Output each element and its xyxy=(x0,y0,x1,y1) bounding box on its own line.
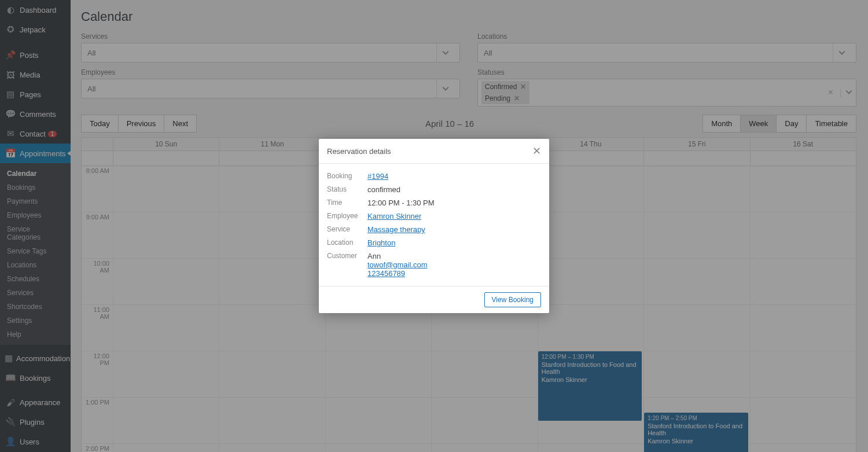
time-label: Time xyxy=(327,199,367,207)
employee-label: Employee xyxy=(327,212,367,221)
time-value: 12:00 PM - 1:30 PM xyxy=(367,199,435,207)
reservation-dialog: Reservation details ✕ Booking #1994 Stat… xyxy=(319,139,549,313)
customer-phone[interactable]: 123456789 xyxy=(367,269,405,278)
service-label: Service xyxy=(327,225,367,234)
customer-name: Ann xyxy=(367,252,428,260)
customer-email[interactable]: towof@gmail.com xyxy=(367,260,428,269)
service-link[interactable]: Massage therapy xyxy=(367,225,425,234)
close-icon[interactable]: ✕ xyxy=(532,146,541,156)
employee-link[interactable]: Kamron Skinner xyxy=(367,212,421,221)
status-value: confirmed xyxy=(367,185,400,194)
location-link[interactable]: Brighton xyxy=(367,238,395,247)
view-booking-button[interactable]: View Booking xyxy=(484,292,542,307)
customer-label: Customer xyxy=(327,252,367,278)
dialog-title: Reservation details xyxy=(327,147,391,156)
booking-link[interactable]: #1994 xyxy=(367,172,388,181)
booking-label: Booking xyxy=(327,172,367,181)
location-label: Location xyxy=(327,238,367,247)
status-label: Status xyxy=(327,185,367,194)
modal-overlay[interactable]: Reservation details ✕ Booking #1994 Stat… xyxy=(0,0,868,452)
